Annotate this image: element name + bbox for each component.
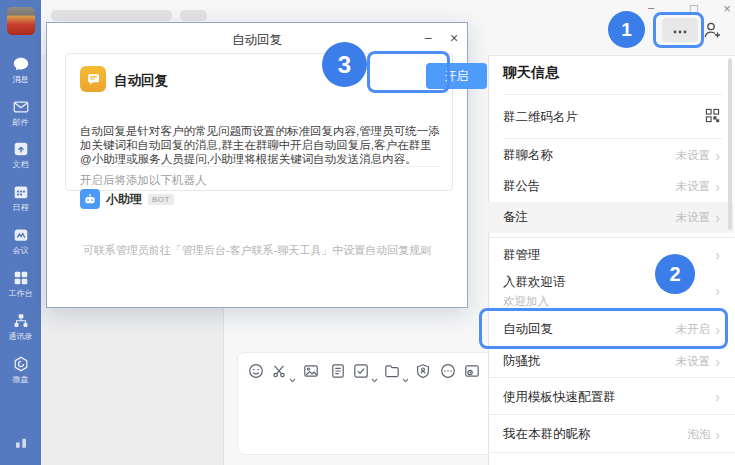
- app-window: − □ × 消息 邮件 文档 日程: [0, 0, 735, 465]
- folder-icon[interactable]: [384, 363, 400, 379]
- section-divider: [488, 414, 735, 415]
- bot-badge: BOT: [148, 194, 174, 205]
- sidebar-item-meeting[interactable]: 会议: [0, 226, 41, 257]
- enable-button[interactable]: 开启: [426, 63, 487, 89]
- screenshot-scissors-icon[interactable]: [271, 363, 287, 379]
- divider: [503, 94, 722, 95]
- meeting-icon: [0, 226, 41, 244]
- dialog-title: 自动回复: [47, 32, 467, 49]
- row-group-management[interactable]: 群管理 ›: [488, 240, 734, 270]
- auto-reply-chat-icon: [80, 66, 106, 92]
- note-icon[interactable]: [330, 363, 346, 379]
- chevron-right-icon: ›: [715, 284, 720, 298]
- divider: [80, 166, 440, 167]
- folder-caret-icon[interactable]: [402, 369, 409, 374]
- sidebar-stats-button[interactable]: [0, 433, 41, 455]
- sidebar: 消息 邮件 文档 日程 会议: [0, 0, 41, 465]
- card-title: 自动回复: [114, 72, 168, 90]
- document-arrow-icon: [0, 140, 41, 158]
- screen-clock-icon[interactable]: [464, 363, 480, 379]
- auto-reply-dialog: 自动回复 − × 自动回复 开启 自动回复是针对客户的常见问题而设置的标准回复内…: [46, 22, 468, 308]
- sidebar-item-mail[interactable]: 邮件: [0, 98, 41, 129]
- auto-reply-card: 自动回复 开启 自动回复是针对客户的常见问题而设置的标准回复内容,管理员可统一添…: [65, 53, 453, 191]
- row-anti-harassment[interactable]: 防骚扰 未设置›: [488, 347, 734, 376]
- shield-person-icon[interactable]: [415, 363, 431, 379]
- stats-bars-icon: [12, 437, 30, 454]
- dialog-close-button[interactable]: ×: [445, 29, 463, 47]
- sidebar-item-drive[interactable]: 微盘: [0, 355, 41, 386]
- panel-title: 聊天信息: [503, 64, 559, 82]
- annotation-step-3: 3: [322, 42, 367, 87]
- section-divider: [488, 377, 735, 378]
- calendar-icon: [0, 183, 41, 201]
- row-my-nickname[interactable]: 我在本群的昵称 泡泡›: [488, 418, 734, 451]
- todo-checkbox-icon[interactable]: [353, 363, 369, 379]
- chevron-right-icon: ›: [715, 390, 720, 404]
- todo-caret-icon[interactable]: [371, 369, 378, 374]
- chevron-right-icon: ›: [715, 428, 720, 442]
- workbench-grid-icon: [0, 269, 41, 287]
- chevron-right-icon: ›: [715, 180, 720, 194]
- annotation-step-2: 2: [655, 254, 695, 294]
- ellipsis-icon: [672, 21, 688, 39]
- section-divider: [488, 452, 735, 453]
- robot-avatar-icon: [80, 189, 100, 209]
- row-group-name[interactable]: 群聊名称 未设置›: [488, 140, 734, 171]
- row-group-qr-card[interactable]: 群二维码名片: [488, 97, 734, 137]
- more-circle-icon[interactable]: [440, 363, 456, 379]
- chevron-right-icon: ›: [715, 211, 720, 225]
- divider: [503, 138, 722, 139]
- message-text-input[interactable]: [244, 386, 482, 448]
- screenshot-caret-icon[interactable]: [289, 369, 296, 374]
- image-icon[interactable]: [303, 363, 319, 379]
- search-bar-skeleton[interactable]: [51, 10, 172, 21]
- user-avatar[interactable]: [7, 7, 35, 35]
- qr-code-icon[interactable]: [705, 108, 720, 127]
- sidebar-item-calendar[interactable]: 日程: [0, 183, 41, 214]
- annotation-step-1: 1: [608, 11, 645, 48]
- dialog-minimize-button[interactable]: −: [419, 29, 437, 47]
- window-minimize-button[interactable]: −: [642, 1, 660, 17]
- robot-name: 小助理: [106, 191, 142, 208]
- row-group-announcement[interactable]: 群公告 未设置›: [488, 171, 734, 202]
- sidebar-item-workbench[interactable]: 工作台: [0, 269, 41, 300]
- emoji-icon[interactable]: [248, 363, 264, 379]
- row-welcome-message[interactable]: 入群欢迎语 欢迎加入 ›: [488, 270, 734, 312]
- section-divider: [488, 237, 735, 238]
- chevron-right-icon: ›: [715, 355, 720, 369]
- row-remark[interactable]: 备注 未设置›: [488, 202, 734, 233]
- window-close-button[interactable]: ×: [718, 1, 735, 17]
- chevron-right-icon: ›: [715, 248, 720, 262]
- panel-scrollbar[interactable]: [728, 58, 732, 230]
- robots-hint: 开启后将添加以下机器人: [80, 173, 207, 188]
- group-more-button[interactable]: [662, 18, 698, 42]
- chat-bubble-icon: [0, 55, 41, 73]
- chevron-right-icon: ›: [715, 149, 720, 163]
- sidebar-item-contacts[interactable]: 通讯录: [0, 312, 41, 343]
- window-maximize-button[interactable]: □: [685, 1, 703, 17]
- row-auto-reply[interactable]: 自动回复 未开启›: [488, 312, 734, 347]
- drive-hexagon-icon: [0, 355, 41, 373]
- robot-row: 小助理 BOT: [80, 189, 174, 209]
- org-contacts-icon: [0, 312, 41, 330]
- add-member-button[interactable]: [702, 20, 722, 40]
- header-button-skeleton[interactable]: [180, 10, 207, 21]
- dialog-footer-hint: 可联系管理员前往「管理后台-客户联系-聊天工具」中设置自动回复规则: [47, 243, 467, 258]
- envelope-icon: [0, 98, 41, 116]
- sidebar-item-messages[interactable]: 消息: [0, 55, 41, 86]
- auto-reply-description: 自动回复是针对客户的常见问题而设置的标准回复内容,管理员可统一添加关键词和自动回…: [80, 124, 442, 166]
- chevron-right-icon: ›: [715, 323, 720, 337]
- row-template-config[interactable]: 使用模板快速配置群 ›: [488, 381, 734, 413]
- sidebar-item-docs[interactable]: 文档: [0, 140, 41, 171]
